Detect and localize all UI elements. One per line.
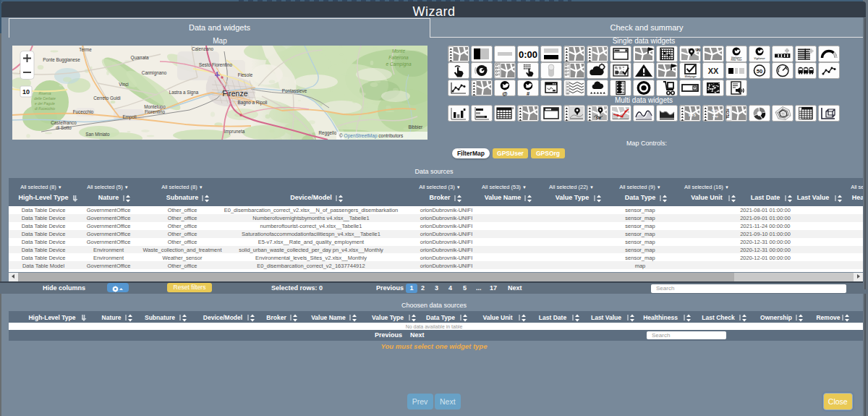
svg-text:Webpage: Webpage — [684, 75, 696, 78]
svg-text:map: map — [712, 115, 718, 118]
svg-text:e dei Pagule: e dei Pagule — [35, 101, 55, 106]
svg-text:Calenzano: Calenzano — [192, 46, 214, 51]
svg-text:Vinci: Vinci — [119, 82, 129, 87]
svg-text:Ponte Buggianese: Ponte Buggianese — [43, 57, 80, 63]
svg-text:Firenze: Firenze — [222, 89, 247, 98]
svg-text:Empoli: Empoli — [122, 114, 136, 120]
svg-text:10: 10 — [22, 88, 30, 95]
svg-text:delle Cerbaie: delle Cerbaie — [34, 96, 56, 101]
svg-text:Pontassieve: Pontassieve — [282, 88, 307, 93]
svg-text:@: @ — [502, 90, 507, 96]
svg-text:e Campigna: e Campigna — [386, 61, 411, 67]
svg-text:Quarrata: Quarrata — [131, 55, 149, 61]
svg-text:Castelfranco: Castelfranco — [51, 120, 77, 125]
svg-text:XX: XX — [708, 67, 719, 75]
svg-text:Falterona: Falterona — [388, 55, 409, 60]
svg-text:di Fucecchio: di Fucecchio — [35, 106, 55, 111]
svg-text:Real Time: Real Time — [731, 59, 742, 61]
svg-text:0:00: 0:00 — [519, 49, 537, 60]
svg-text:Bibbier: Bibbier — [408, 124, 422, 130]
svg-text:Fiesole: Fiesole — [238, 72, 253, 77]
svg-text:Cerreto Guidi: Cerreto Guidi — [93, 95, 120, 101]
svg-text:20: 20 — [697, 48, 701, 52]
svg-text:Lastra a Signa: Lastra a Signa — [169, 90, 199, 95]
svg-text:San Miniato: San Miniato — [85, 132, 110, 137]
svg-text:Impruneta: Impruneta — [224, 129, 245, 135]
svg-text:Carmignano: Carmignano — [142, 70, 167, 76]
svg-text:Riserva: Riserva — [39, 91, 51, 95]
svg-text:50: 50 — [757, 68, 762, 75]
svg-text:© OpenStreetMap contributors: © OpenStreetMap contributors — [339, 133, 404, 139]
svg-text:Vigilance: Vigilance — [754, 57, 765, 60]
svg-text:Monte: Monte — [392, 48, 405, 54]
svg-text:Terme: Terme — [79, 47, 92, 52]
svg-text:TECH: TECH — [726, 109, 730, 119]
svg-text:Reggello: Reggello — [319, 130, 337, 136]
svg-text:di Sotto: di Sotto — [56, 125, 72, 130]
svg-text:Fucecchio: Fucecchio — [73, 109, 94, 114]
svg-text:Fiorentino: Fiorentino — [145, 109, 165, 114]
svg-text:Bagno a Ripoli: Bagno a Ripoli — [238, 100, 268, 106]
svg-text:Sesto Fiorentino: Sesto Fiorentino — [199, 62, 232, 67]
svg-text:WFS: WFS — [689, 114, 696, 117]
